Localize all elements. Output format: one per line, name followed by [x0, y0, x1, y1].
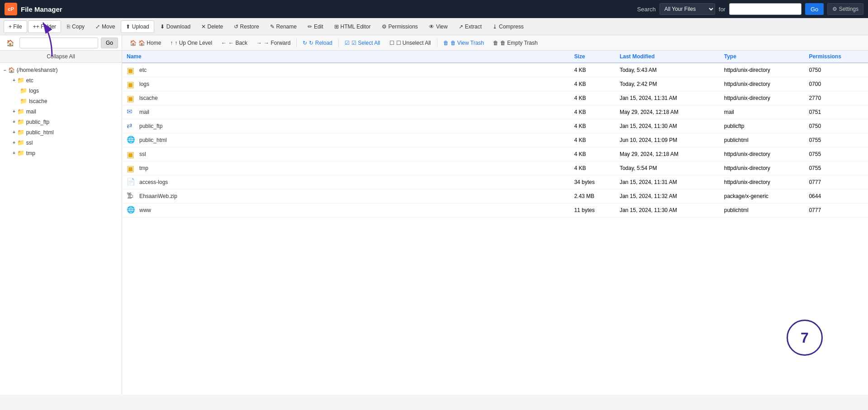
file-name-text: public_html	[139, 137, 167, 143]
extract-button[interactable]: ↗ Extract	[454, 20, 487, 33]
empty-trash-icon: 🗑	[493, 40, 498, 46]
col-size[interactable]: Size	[569, 51, 615, 63]
tree-item-ssl[interactable]: + 📁 ssl	[0, 137, 122, 148]
html-editor-button[interactable]: ⊞ HTML Editor	[329, 20, 376, 33]
cell-size: 4 KB	[569, 161, 615, 175]
cell-size: 4 KB	[569, 77, 615, 91]
tree-item-root[interactable]: − 🏠 (/home/eshanstr)	[0, 65, 122, 75]
table-header-row: Name Size Last Modified Type Permissions	[122, 51, 868, 63]
select-all-button[interactable]: ☑ ☑ Select All	[341, 37, 384, 49]
trash-icon: 🗑	[443, 40, 449, 46]
address-bar: 🏠 Go	[0, 35, 122, 51]
file-name-text: etc	[139, 67, 147, 73]
search-input[interactable]	[729, 3, 802, 15]
unselect-all-icon: ☐	[389, 40, 394, 46]
table-row[interactable]: ▣ tmp 4 KB Today, 5:54 PM httpd/unix-dir…	[122, 161, 868, 175]
table-row[interactable]: ▣ etc 4 KB Today, 5:43 AM httpd/unix-dir…	[122, 63, 868, 77]
compress-button[interactable]: ⤓ Compress	[488, 20, 529, 33]
main-layout: 🏠 Go Collapse All − 🏠 (/home/eshanstr) +…	[0, 35, 868, 395]
cell-permissions: 0777	[804, 203, 868, 217]
copy-button[interactable]: ⎘ Copy	[62, 20, 90, 33]
tree-item-mail[interactable]: + 📁 mail	[0, 106, 122, 117]
folder-icon-etc: 📁	[17, 77, 24, 84]
cell-permissions: 0755	[804, 161, 868, 175]
unselect-all-button[interactable]: ☐ ☐ Unselect All	[385, 37, 435, 49]
col-type[interactable]: Type	[720, 51, 805, 63]
cell-modified: Jan 15, 2024, 11:32 AM	[615, 189, 720, 203]
download-button[interactable]: ⬇ Download	[155, 20, 195, 33]
cell-name: ▣ ssl	[122, 147, 569, 161]
toolbar: + File + + Folder ⎘ Copy ⤢ Move ⬆ Upload…	[0, 18, 868, 35]
col-name[interactable]: Name	[122, 51, 569, 63]
address-go-button[interactable]: Go	[101, 38, 118, 48]
move-icon: ⤢	[95, 24, 100, 30]
select-all-icon: ☑	[345, 40, 350, 46]
globe2-icon: 🌐	[127, 206, 135, 213]
folder-icon: ▣	[127, 66, 134, 75]
up-one-level-button[interactable]: ↑ ↑ Up One Level	[166, 37, 216, 49]
collapse-all-button[interactable]: Collapse All	[0, 51, 122, 63]
cell-type: httpd/unix-directory	[720, 77, 805, 91]
cell-name: ▣ etc	[122, 63, 569, 77]
tree-item-public-ftp[interactable]: + 📁 public_ftp	[0, 117, 122, 127]
new-folder-button[interactable]: + + Folder	[28, 20, 61, 33]
settings-button[interactable]: ⚙ Settings	[827, 3, 863, 15]
col-permissions[interactable]: Permissions	[804, 51, 868, 63]
tree-label-public-ftp: public_ftp	[26, 119, 49, 125]
home-nav-button[interactable]: 🏠 🏠 Home	[126, 37, 165, 49]
file-table: Name Size Last Modified Type Permissions…	[122, 51, 868, 217]
upload-button[interactable]: ⬆ Upload	[121, 20, 154, 33]
table-row[interactable]: ▣ ssl 4 KB May 29, 2024, 12:18 AM httpd/…	[122, 147, 868, 161]
cell-size: 4 KB	[569, 147, 615, 161]
reload-button[interactable]: ↻ ↻ Reload	[299, 37, 336, 49]
plus-icon: +	[13, 78, 15, 83]
reload-icon: ↻	[303, 40, 307, 46]
tree-item-public-html[interactable]: + 📁 public_html	[0, 127, 122, 137]
header: cP File Manager Search All Your Files Fi…	[0, 0, 868, 18]
table-row[interactable]: 🌐 www 11 bytes Jan 15, 2024, 11:30 AM pu…	[122, 203, 868, 217]
tree-item-tmp[interactable]: + 📁 tmp	[0, 148, 122, 158]
table-row[interactable]: ⇄ public_ftp 4 KB Jan 15, 2024, 11:30 AM…	[122, 119, 868, 133]
tree-label-lscache: lscache	[29, 98, 47, 104]
address-input[interactable]	[19, 38, 98, 48]
cell-size: 4 KB	[569, 105, 615, 119]
back-button[interactable]: ← ← Back	[217, 37, 251, 49]
tree-item-logs[interactable]: 📁 logs	[0, 85, 122, 96]
back-icon: ←	[221, 40, 227, 46]
cell-size: 4 KB	[569, 63, 615, 77]
cell-permissions: 0750	[804, 63, 868, 77]
new-file-button[interactable]: + File	[4, 20, 27, 33]
table-row[interactable]: 🗜 EhsaanWeb.zip 2.43 MB Jan 15, 2024, 11…	[122, 189, 868, 203]
file-name-text: EhsaanWeb.zip	[139, 193, 177, 199]
file-area: 🏠 🏠 Home ↑ ↑ Up One Level ← ← Back → → F…	[122, 35, 868, 395]
folder-icon-logs: 📁	[20, 87, 27, 94]
table-row[interactable]: ▣ logs 4 KB Today, 2:42 PM httpd/unix-di…	[122, 77, 868, 91]
delete-button[interactable]: ✕ Delete	[196, 20, 228, 33]
mail-icon: ✉	[127, 108, 133, 115]
restore-button[interactable]: ↺ Restore	[229, 20, 264, 33]
table-row[interactable]: 🌐 public_html 4 KB Jun 10, 2024, 11:09 P…	[122, 133, 868, 147]
rename-button[interactable]: ✎ Rename	[265, 20, 302, 33]
search-scope-select[interactable]: All Your Files File Names Only	[659, 3, 715, 15]
move-button[interactable]: ⤢ Move	[90, 20, 120, 33]
table-row[interactable]: ✉ mail 4 KB May 29, 2024, 12:18 AM mail …	[122, 105, 868, 119]
header-left: cP File Manager	[5, 3, 62, 15]
tree-label-tmp: tmp	[26, 150, 35, 156]
address-home-button[interactable]: 🏠	[4, 38, 17, 47]
edit-button[interactable]: ✏ Edit	[303, 20, 328, 33]
view-trash-button[interactable]: 🗑 🗑 View Trash	[439, 37, 488, 49]
search-go-button[interactable]: Go	[805, 3, 824, 15]
extract-icon: ↗	[459, 24, 463, 30]
cell-name: 🗜 EhsaanWeb.zip	[122, 189, 569, 203]
tree-item-lscache[interactable]: 📁 lscache	[0, 96, 122, 106]
forward-button[interactable]: → → Forward	[252, 37, 294, 49]
table-row[interactable]: ▣ lscache 4 KB Jan 15, 2024, 11:31 AM ht…	[122, 91, 868, 105]
folder-icon-pftp: 📁	[17, 118, 24, 125]
col-modified[interactable]: Last Modified	[615, 51, 720, 63]
tree-label-logs: logs	[29, 88, 39, 94]
table-row[interactable]: 📄 access-logs 34 bytes Jan 15, 2024, 11:…	[122, 175, 868, 189]
tree-item-etc[interactable]: + 📁 etc	[0, 75, 122, 85]
permissions-button[interactable]: ⚙ Permissions	[377, 20, 423, 33]
view-button[interactable]: 👁 View	[424, 20, 453, 33]
empty-trash-button[interactable]: 🗑 🗑 Empty Trash	[489, 37, 542, 49]
